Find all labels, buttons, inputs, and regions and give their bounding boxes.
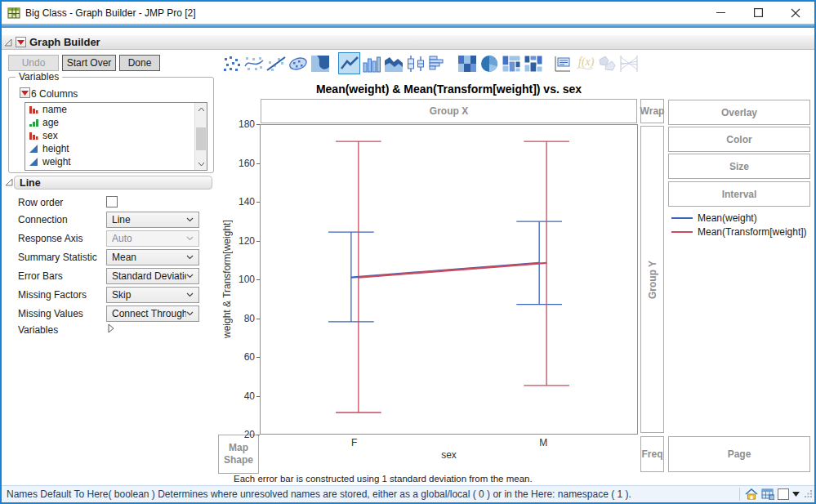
maximize-button[interactable] xyxy=(739,2,777,24)
error-bars-dropdown[interactable]: Standard Deviatio xyxy=(106,268,199,284)
formula-icon[interactable]: f(x) xyxy=(573,52,595,74)
ellipse-icon[interactable] xyxy=(287,52,309,74)
red-triangle-menu-icon[interactable] xyxy=(16,37,26,47)
drop-zone-overlay[interactable]: Overlay xyxy=(668,100,810,125)
mosaic-icon[interactable] xyxy=(522,52,544,74)
y-tick-label: 20 xyxy=(227,429,255,440)
status-color-box[interactable] xyxy=(778,488,789,500)
caption-box-icon[interactable] xyxy=(551,52,573,74)
jmp-app-icon xyxy=(7,7,20,20)
line-row-response-axis: Response AxisAuto xyxy=(2,230,216,247)
line-of-fit-icon[interactable] xyxy=(265,52,287,74)
home-window-icon[interactable] xyxy=(745,488,758,500)
legend: Mean(weight)Mean(Transform[weight]) xyxy=(671,211,807,239)
chart-title: Mean(weight) & Mean(Transform[weight]) v… xyxy=(243,83,654,96)
y-tick-label: 160 xyxy=(227,158,255,169)
y-tick-label: 100 xyxy=(227,274,255,285)
data-table-window-icon[interactable] xyxy=(761,488,774,500)
y-tick-mark xyxy=(256,435,260,435)
legend-item[interactable]: Mean(weight) xyxy=(671,211,807,225)
collapse-triangle-icon[interactable] xyxy=(4,38,12,47)
variables-disclosure-icon[interactable] xyxy=(108,323,114,333)
column-item-sex[interactable]: sex xyxy=(25,129,207,142)
outline-title: Graph Builder xyxy=(29,36,100,48)
status-text: Names Default To Here( boolean ) Determi… xyxy=(7,488,631,500)
box-plot-icon[interactable] xyxy=(404,52,426,74)
line-panel-collapse-icon[interactable] xyxy=(5,178,13,186)
line-row-connection: ConnectionLine xyxy=(2,212,216,228)
scroll-up-icon[interactable] xyxy=(195,103,207,115)
map-shapes-icon[interactable] xyxy=(595,52,618,74)
heatmap-icon[interactable] xyxy=(456,52,478,74)
drop-zone-map-shape[interactable]: Map Shape xyxy=(218,435,259,474)
drop-zone-interval[interactable]: Interval xyxy=(668,181,810,207)
missing-factors-dropdown[interactable]: Skip xyxy=(106,287,199,303)
chevron-down-icon xyxy=(186,217,194,222)
chart-type-toolbar: f(x) xyxy=(221,52,640,74)
continuous-column-icon xyxy=(29,144,38,154)
column-item-age[interactable]: age xyxy=(25,116,207,129)
svg-text:f(x): f(x) xyxy=(578,56,595,69)
columns-scrollbar[interactable] xyxy=(194,103,207,170)
graph-builder-outline-header: Graph Builder xyxy=(2,35,814,50)
chevron-down-icon xyxy=(186,255,194,260)
y-tick-label: 180 xyxy=(227,118,255,130)
parallel-icon[interactable] xyxy=(618,52,640,74)
legend-line-swatch xyxy=(671,231,693,233)
pie-icon[interactable] xyxy=(478,52,500,74)
plot-area[interactable] xyxy=(260,124,638,435)
line-panel-header[interactable]: Line xyxy=(14,176,212,190)
done-button[interactable]: Done xyxy=(119,55,160,71)
line-row-missing-values: Missing ValuesConnect Through xyxy=(2,306,216,322)
drop-zone-page[interactable]: Page xyxy=(668,436,810,472)
scrollbar-thumb[interactable] xyxy=(196,127,206,150)
points-icon[interactable] xyxy=(221,52,243,74)
drop-zone-group-y[interactable]: Group Y xyxy=(640,126,664,433)
chevron-down-icon xyxy=(186,236,194,241)
variables-panel-title: Variables xyxy=(16,71,62,83)
missing-values-dropdown[interactable]: Connect Through xyxy=(106,306,199,322)
chevron-down-icon xyxy=(186,292,194,297)
summary-statistic-dropdown[interactable]: Mean xyxy=(106,249,199,265)
treemap-icon[interactable] xyxy=(500,52,522,74)
histogram-icon[interactable] xyxy=(426,52,448,74)
y-tick-label: 60 xyxy=(227,351,255,363)
status-dropdown-icon[interactable] xyxy=(792,492,800,497)
drop-zone-freq[interactable]: Freq xyxy=(640,436,664,472)
row-order-checkbox[interactable] xyxy=(106,196,118,207)
window-title: Big Class - Graph Builder - JMP Pro [2] xyxy=(25,7,196,19)
legend-item[interactable]: Mean(Transform[weight]) xyxy=(671,225,807,239)
line-row-summary-statistic: Summary StatisticMean xyxy=(2,249,216,265)
columns-red-triangle-icon[interactable] xyxy=(20,87,30,98)
line-row-row-order: Row order xyxy=(2,194,216,211)
drop-zone-group-x[interactable]: Group X xyxy=(261,99,637,123)
column-item-height[interactable]: height xyxy=(25,142,207,155)
columns-listbox[interactable]: nameagesexheightweight xyxy=(25,102,207,171)
nominal-column-icon xyxy=(29,131,38,140)
ordinal-column-icon xyxy=(29,118,38,127)
scroll-down-icon[interactable] xyxy=(195,158,207,170)
column-item-weight[interactable]: weight xyxy=(25,155,207,168)
close-button[interactable] xyxy=(777,2,814,24)
connection-dropdown[interactable]: Line xyxy=(106,212,199,228)
resize-grip[interactable] xyxy=(805,488,813,500)
line-icon[interactable] xyxy=(338,52,360,74)
line-row-error-bars: Error BarsStandard Deviatio xyxy=(2,268,216,284)
response-axis-dropdown[interactable]: Auto xyxy=(106,230,199,247)
drop-zone-wrap[interactable]: Wrap xyxy=(640,99,664,123)
drop-zone-color[interactable]: Color xyxy=(668,127,810,152)
undo-button[interactable]: Undo xyxy=(8,55,59,71)
drop-zone-size[interactable]: Size xyxy=(668,154,810,179)
y-tick-label: 120 xyxy=(227,235,255,247)
chevron-down-icon xyxy=(186,311,194,316)
line-panel-title: Line xyxy=(20,177,41,189)
area-icon[interactable] xyxy=(382,52,404,74)
start-over-button[interactable]: Start Over xyxy=(62,55,116,71)
column-item-name[interactable]: name xyxy=(25,103,207,116)
contour-icon[interactable] xyxy=(309,52,331,74)
minimize-button[interactable] xyxy=(702,2,739,24)
bar-icon[interactable] xyxy=(360,52,382,74)
error-bar-footnote: Each error bar is constructed using 1 st… xyxy=(234,474,533,484)
smoother-icon[interactable] xyxy=(243,52,265,74)
window-accent-band xyxy=(2,24,814,28)
